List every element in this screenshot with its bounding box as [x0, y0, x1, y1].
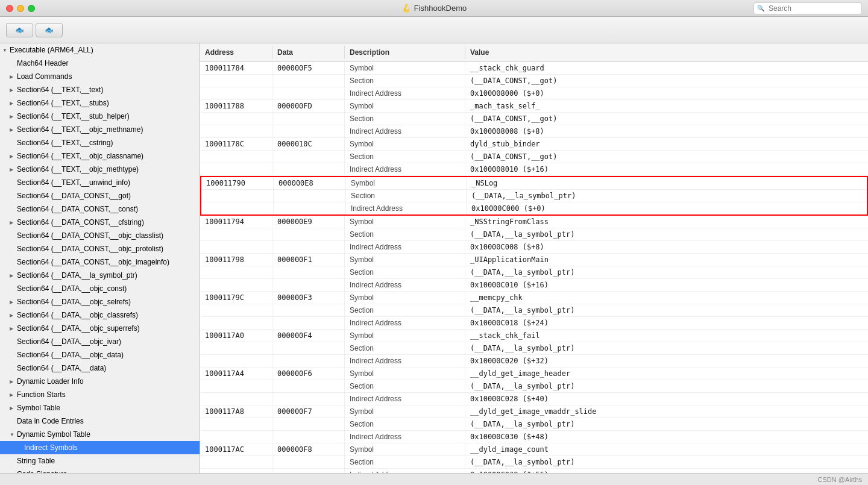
- table-row[interactable]: 100011794000000E9Symbol_NSStringFromClas…: [200, 216, 868, 228]
- table-row[interactable]: 100011784000000F5Symbol__stack_chk_guard: [200, 62, 868, 75]
- col-address: Address: [200, 46, 272, 59]
- table-row[interactable]: Indirect Address0x10000C008 ($+8): [200, 241, 868, 253]
- sidebar-item-dynamic-symbol-table[interactable]: ▼Dynamic Symbol Table: [0, 428, 200, 441]
- sidebar-item-section64-objc-protolist[interactable]: Section64 (__DATA_CONST,__objc_protolist…: [0, 242, 200, 255]
- window-controls[interactable]: [6, 5, 35, 12]
- table-row[interactable]: 1000117AC000000F8Symbol__dyld_image_coun…: [200, 443, 868, 456]
- table-row[interactable]: 1000117A0000000F4Symbol__stack_chk_fail: [200, 330, 868, 342]
- sidebar-label: Dynamic Loader Info: [17, 376, 84, 387]
- sidebar-item-dynamic-loader-info[interactable]: ▶Dynamic Loader Info: [0, 375, 200, 388]
- sidebar-item-code-signature[interactable]: Code Signature: [0, 468, 200, 473]
- sidebar-item-executable[interactable]: ▼Executable (ARM64_ALL): [0, 43, 200, 57]
- cell-address: [200, 355, 272, 367]
- table-row[interactable]: 100011798000000F1Symbol_UIApplicationMai…: [200, 254, 868, 266]
- sidebar-item-section64-objc-ivar[interactable]: Section64 (__DATA,__objc_ivar): [0, 335, 200, 348]
- sidebar-label: Symbol Table: [17, 402, 60, 413]
- sidebar-label: Section64 (__TEXT,__objc_methname): [17, 124, 143, 135]
- triangle-icon: ▶: [10, 313, 17, 318]
- sidebar-item-mach64[interactable]: Mach64 Header: [0, 57, 200, 70]
- table-row[interactable]: Section(__DATA,__la_symbol_ptr): [200, 304, 868, 317]
- table-row[interactable]: Section(__DATA,__la_symbol_ptr): [200, 456, 868, 469]
- table-row[interactable]: 10001178C0000010CSymboldyld_stub_binder: [200, 138, 868, 151]
- sidebar-item-section64-objc-methtype[interactable]: ▶Section64 (__TEXT,__objc_methtype): [0, 163, 200, 176]
- bottom-bar: CSDN @Airths: [0, 473, 868, 485]
- table-row[interactable]: Section(__DATA_CONST,__got): [200, 151, 868, 163]
- cell-description: Section: [346, 190, 467, 202]
- sidebar-item-section64-objc-imageinfo[interactable]: Section64 (__DATA_CONST,__objc_imageinfo…: [0, 255, 200, 269]
- sidebar-item-section64-const[interactable]: Section64 (__DATA_CONST,__const): [0, 202, 200, 216]
- table-row[interactable]: 100011788000000FDSymbol_mach_task_self_: [200, 100, 868, 113]
- sidebar-item-section64-la-symbol-ptr[interactable]: ▶Section64 (__DATA,__la_symbol_ptr): [0, 269, 200, 282]
- table-row[interactable]: 100011790000000E8Symbol_NSLog: [201, 177, 867, 190]
- sidebar-item-section64-objc-methname[interactable]: ▶Section64 (__TEXT,__objc_methname): [0, 123, 200, 136]
- search-input[interactable]: [753, 2, 862, 14]
- close-button[interactable]: [6, 5, 13, 12]
- sidebar-item-section64-objc-classname[interactable]: ▶Section64 (__TEXT,__objc_classname): [0, 149, 200, 163]
- cell-data: [272, 125, 345, 137]
- toolbar-button-2[interactable]: 🐟: [36, 23, 63, 37]
- sidebar-item-section64-got[interactable]: Section64 (__DATA_CONST,__got): [0, 189, 200, 202]
- table-row[interactable]: Indirect Address0x10000C020 ($+32): [200, 355, 868, 367]
- sidebar-item-section64-objc-classlist[interactable]: Section64 (__DATA_CONST,__objc_classlist…: [0, 229, 200, 242]
- triangle-icon: ▶: [10, 326, 17, 331]
- cell-data: [272, 151, 345, 163]
- sidebar-item-section64-objc-const[interactable]: Section64 (__DATA,__objc_const): [0, 282, 200, 295]
- sidebar-item-section64-objc-superrefs[interactable]: ▶Section64 (__DATA,__objc_superrefs): [0, 322, 200, 335]
- sidebar-item-section64-text[interactable]: ▶Section64 (__TEXT,__text): [0, 83, 200, 96]
- cell-value: _UIApplicationMain: [465, 254, 868, 266]
- sidebar-item-string-table[interactable]: String Table: [0, 454, 200, 468]
- cell-data: 000000F7: [272, 405, 345, 418]
- cell-description: Indirect Address: [345, 469, 465, 473]
- col-data: Data: [272, 46, 345, 59]
- search-area[interactable]: [753, 2, 862, 14]
- table-row[interactable]: 10001179C000000F3Symbol__memcpy_chk: [200, 292, 868, 304]
- cell-description: Section: [345, 342, 465, 354]
- table-row[interactable]: 1000117A8000000F7Symbol__dyld_get_image_…: [200, 405, 868, 418]
- sidebar-item-function-starts[interactable]: ▶Function Starts: [0, 388, 200, 401]
- cell-value: __stack_chk_guard: [465, 62, 868, 74]
- sidebar-item-section64-cfstring[interactable]: ▶Section64 (__DATA_CONST,__cfstring): [0, 216, 200, 229]
- table-row[interactable]: Indirect Address0x10000C038 ($+56): [200, 469, 868, 473]
- table-row[interactable]: Section(__DATA,__la_symbol_ptr): [201, 190, 867, 202]
- table-row[interactable]: Indirect Address0x10000C030 ($+48): [200, 431, 868, 443]
- sidebar-item-section64-stubs[interactable]: ▶Section64 (__TEXT,__stubs): [0, 96, 200, 110]
- minimize-button[interactable]: [17, 5, 24, 12]
- sidebar-item-symbol-table[interactable]: ▶Symbol Table: [0, 401, 200, 415]
- table-row[interactable]: Indirect Address0x10000C018 ($+24): [200, 317, 868, 329]
- maximize-button[interactable]: [28, 5, 35, 12]
- sidebar-item-data-in-code[interactable]: Data in Code Entries: [0, 415, 200, 428]
- cell-description: Section: [345, 266, 465, 278]
- table-row[interactable]: Indirect Address0x10000C000 ($+0): [201, 202, 867, 214]
- toolbar-button-1[interactable]: 🐟: [6, 23, 33, 37]
- sidebar-item-section64-unwind-info[interactable]: Section64 (__TEXT,__unwind_info): [0, 176, 200, 189]
- content-area: Address Data Description Value 100011784…: [200, 43, 868, 473]
- toolbar: 🐟 🐟: [0, 17, 868, 43]
- table-row[interactable]: 1000117A4000000F6Symbol__dyld_get_image_…: [200, 368, 868, 380]
- table-row[interactable]: Indirect Address0x100008010 ($+16): [200, 163, 868, 175]
- table-row[interactable]: Section(__DATA_CONST,__got): [200, 75, 868, 87]
- table-row[interactable]: Section(__DATA,__la_symbol_ptr): [200, 418, 868, 431]
- cell-value: __dyld_get_image_header: [465, 368, 868, 380]
- sidebar-item-section64-objc-classrefs[interactable]: ▶Section64 (__DATA,__objc_classrefs): [0, 308, 200, 322]
- table-row[interactable]: Section(__DATA,__la_symbol_ptr): [200, 228, 868, 241]
- table-row[interactable]: Indirect Address0x10000C010 ($+16): [200, 279, 868, 291]
- table-row[interactable]: Indirect Address0x100008000 ($+0): [200, 87, 868, 99]
- cell-value: 0x10000C008 ($+8): [465, 241, 868, 253]
- sidebar-item-section64-objc-data[interactable]: Section64 (__DATA,__objc_data): [0, 348, 200, 361]
- table-row[interactable]: Indirect Address0x100008008 ($+8): [200, 125, 868, 137]
- sidebar-item-load-commands[interactable]: ▶Load Commands: [0, 70, 200, 83]
- sidebar-item-section64-data[interactable]: Section64 (__DATA,__data): [0, 361, 200, 375]
- sidebar-item-section64-stub-helper[interactable]: ▶Section64 (__TEXT,__stub_helper): [0, 110, 200, 123]
- sidebar-item-section64-objc-selrefs[interactable]: ▶Section64 (__DATA,__objc_selrefs): [0, 295, 200, 308]
- row-group: 1000117A8000000F7Symbol__dyld_get_image_…: [200, 405, 868, 443]
- table-row[interactable]: Section(__DATA,__la_symbol_ptr): [200, 380, 868, 393]
- table-row[interactable]: Indirect Address0x10000C028 ($+40): [200, 393, 868, 405]
- sidebar-item-indirect-symbols[interactable]: Indirect Symbols: [0, 441, 200, 454]
- table-row[interactable]: Section(__DATA,__la_symbol_ptr): [200, 342, 868, 355]
- table-row[interactable]: Section(__DATA_CONST,__got): [200, 113, 868, 125]
- cell-data: 000000FD: [272, 100, 345, 112]
- sidebar-item-section64-cstring[interactable]: Section64 (__TEXT,__cstring): [0, 136, 200, 149]
- sidebar-label: Section64 (__TEXT,__text): [17, 84, 103, 95]
- table-row[interactable]: Section(__DATA,__la_symbol_ptr): [200, 266, 868, 279]
- cell-address: 100011794: [200, 216, 272, 228]
